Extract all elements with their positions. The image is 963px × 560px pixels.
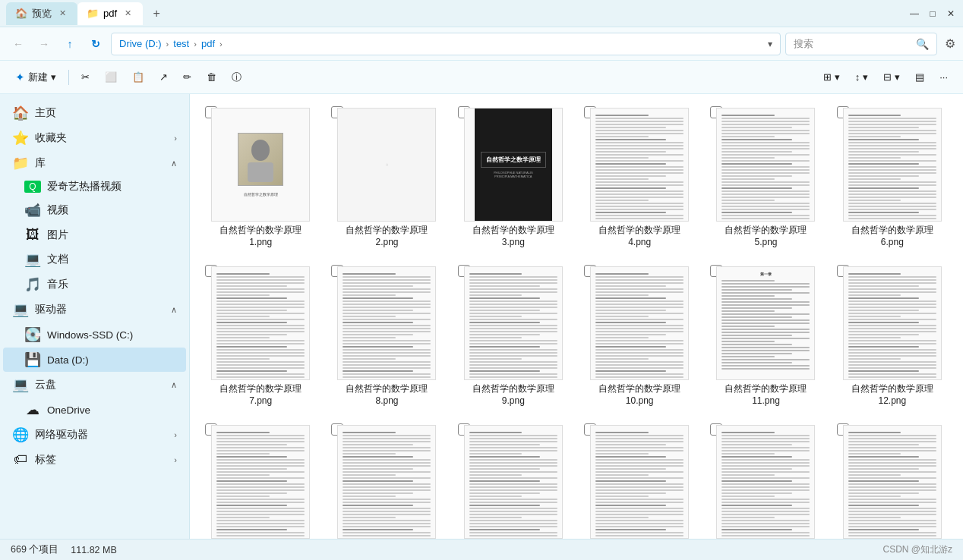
delete-button[interactable]: 🗑 — [200, 68, 223, 86]
sidebar-tags-label: 标签 — [35, 453, 168, 467]
tab-pdf-icon: 📁 — [87, 8, 99, 19]
up-button[interactable]: ↑ — [59, 33, 81, 55]
rename-button[interactable]: ✏ — [177, 68, 197, 86]
file-name: 自然哲学的数学原理 4.png — [590, 225, 689, 248]
settings-button[interactable]: ⚙ — [945, 36, 955, 51]
copy-button[interactable]: ⬜ — [99, 68, 123, 86]
file-item[interactable]: 自然哲学的数学原理 10.png — [581, 262, 698, 411]
sidebar-item-win-ssd[interactable]: 💽 Windows-SSD (C:) — [3, 322, 186, 347]
sidebar-item-drives[interactable]: 💻 驱动器 ∧ — [3, 297, 186, 322]
favorites-icon: ⭐ — [12, 130, 29, 146]
sidebar-item-data-d[interactable]: 💾 Data (D:) — [3, 348, 186, 372]
file-item[interactable]: 自然哲学的数学原理 9.png — [455, 262, 572, 411]
file-item[interactable]: 自然哲学的数学原理 5.png — [707, 103, 824, 253]
main-layout: 🏠 主页 ⭐ 收藏夹 › 📁 库 ∧ Q 爱奇艺热播视频 📹 视频 🖼 图片 💻… — [0, 94, 963, 539]
view-options-button[interactable]: ⊞ ▾ — [817, 68, 846, 86]
file-item[interactable]: ○ 自然哲学的数学原理 2.png — [328, 103, 445, 253]
file-name: 自然哲学的数学原理 1.png — [211, 225, 310, 248]
path-test: test — [173, 38, 189, 49]
tab-preview[interactable]: 🏠 预览 ✕ — [6, 2, 77, 25]
file-item[interactable]: 第一章 自然哲学的数学原理 11.png — [707, 262, 824, 411]
file-item[interactable]: 自然哲学的数学原理 18.png — [834, 420, 951, 539]
sidebar-item-iqiyi[interactable]: Q 爱奇艺热播视频 — [3, 176, 186, 197]
close-window-button[interactable]: ✕ — [945, 8, 957, 20]
address-input[interactable]: Drive (D:) › test › pdf › ▾ — [111, 33, 781, 55]
maximize-button[interactable]: □ — [927, 8, 939, 20]
paste-button[interactable]: 📋 — [126, 68, 150, 86]
sidebar-item-tags[interactable]: 🏷 标签 › — [3, 448, 186, 471]
layout-icon: ⊟ — [883, 71, 892, 83]
more-button[interactable]: ··· — [933, 68, 954, 86]
file-thumbnail — [464, 266, 563, 380]
file-item[interactable]: 自然哲学的数学原理 17.png — [707, 420, 824, 539]
file-item[interactable]: 自然哲学之数学原理 自然哲学的数学原理 1.png — [202, 103, 319, 253]
info-icon: ⓘ — [232, 71, 242, 84]
file-thumbnail: 自然哲学之数学原理 — [211, 108, 310, 222]
file-item[interactable]: 自然哲学的数学原理 14.png — [328, 420, 445, 539]
sidebar-item-video[interactable]: 📹 视频 — [3, 198, 186, 222]
sidebar-item-cloud[interactable]: 💻 云盘 ∧ — [3, 373, 186, 397]
file-item[interactable]: 自然哲学的数学原理 4.png — [581, 103, 698, 253]
cut-button[interactable]: ✂ — [75, 68, 96, 86]
sidebar-item-docs[interactable]: 💻 文档 — [3, 247, 186, 272]
video-icon: 📹 — [24, 202, 41, 219]
file-item[interactable]: 自然哲学的数学原理 16.png — [581, 420, 698, 539]
data-d-icon: 💾 — [24, 351, 41, 368]
file-item[interactable]: 自然哲学的数学原理 6.png — [834, 103, 951, 253]
file-name: 自然哲学的数学原理 9.png — [464, 383, 563, 407]
status-bar: 669 个项目 111.82 MB CSDN @知北游z — [0, 539, 963, 560]
minimize-button[interactable]: — — [908, 8, 920, 20]
file-item[interactable]: 自然哲学的数学原理 8.png — [328, 262, 445, 411]
cloud-chevron: ∧ — [171, 380, 177, 390]
file-item[interactable]: 自然哲学的数学原理 7.png — [202, 262, 319, 411]
window-controls: — □ ✕ — [908, 8, 957, 20]
address-dropdown-button[interactable]: ▾ — [768, 39, 772, 49]
file-thumbnail — [843, 425, 942, 539]
file-thumbnail — [337, 425, 436, 539]
details-pane-button[interactable]: ▤ — [909, 68, 930, 86]
file-item[interactable]: 自然哲学的数学原理 13.png — [202, 420, 319, 539]
back-button[interactable]: ← — [8, 33, 29, 55]
sidebar-item-home[interactable]: 🏠 主页 — [3, 101, 186, 125]
sidebar-item-network[interactable]: 🌐 网络驱动器 › — [3, 423, 186, 447]
file-item[interactable]: 自然哲学的数学原理 15.png — [455, 420, 572, 539]
toolbar: ✦ 新建 ▾ ✂ ⬜ 📋 ↗ ✏ 🗑 ⓘ ⊞ ▾ ↕ ▾ ⊟ ▾ ▤ — [0, 61, 963, 94]
pane-icon: ▤ — [915, 71, 924, 83]
share-icon: ↗ — [159, 71, 168, 83]
file-name: 自然哲学的数学原理 8.png — [337, 383, 436, 407]
search-box[interactable]: 搜索 🔍 — [785, 33, 937, 55]
rename-icon: ✏ — [183, 71, 191, 83]
file-thumbnail — [843, 108, 942, 222]
drives-chevron: ∧ — [171, 305, 177, 315]
tab-pdf[interactable]: 📁 pdf ✕ — [77, 2, 143, 25]
share-button[interactable]: ↗ — [153, 68, 174, 86]
new-button[interactable]: ✦ 新建 ▾ — [9, 68, 62, 87]
layout-button[interactable]: ⊟ ▾ — [877, 68, 906, 86]
file-item[interactable]: 自然哲学之数学原理 PHILOSOPHIÆ NATURALISPRINCIPIA… — [455, 103, 572, 253]
sidebar-item-favorites[interactable]: ⭐ 收藏夹 › — [3, 126, 186, 150]
add-tab-button[interactable]: + — [146, 3, 167, 24]
refresh-button[interactable]: ↻ — [85, 33, 106, 55]
title-bar: 🏠 预览 ✕ 📁 pdf ✕ + — □ ✕ — [0, 0, 963, 27]
more-icon: ··· — [939, 71, 948, 83]
sort-button[interactable]: ↕ ▾ — [849, 68, 875, 86]
forward-button[interactable]: → — [33, 33, 55, 55]
iqiyi-icon: Q — [24, 181, 41, 193]
file-thumbnail — [590, 108, 689, 222]
file-thumbnail — [590, 266, 689, 380]
file-item[interactable]: 自然哲学的数学原理 12.png — [834, 262, 951, 411]
toolbar-right: ⊞ ▾ ↕ ▾ ⊟ ▾ ▤ ··· — [817, 68, 954, 86]
sidebar-home-label: 主页 — [35, 106, 177, 120]
tab-preview-label: 预览 — [32, 7, 52, 20]
tab-pdf-close[interactable]: ✕ — [122, 8, 134, 20]
svg-rect-1 — [248, 162, 273, 182]
sidebar-item-pictures[interactable]: 🖼 图片 — [3, 223, 186, 247]
home-icon: 🏠 — [12, 105, 29, 121]
sidebar-item-music[interactable]: 🎵 音乐 — [3, 272, 186, 297]
info-button[interactable]: ⓘ — [226, 68, 248, 87]
sidebar-item-library[interactable]: 📁 库 ∧ — [3, 151, 186, 175]
tab-preview-close[interactable]: ✕ — [56, 8, 68, 20]
network-chevron: › — [174, 430, 177, 439]
sidebar-item-onedrive[interactable]: ☁ OneDrive — [3, 398, 186, 422]
music-icon: 🎵 — [24, 276, 41, 293]
